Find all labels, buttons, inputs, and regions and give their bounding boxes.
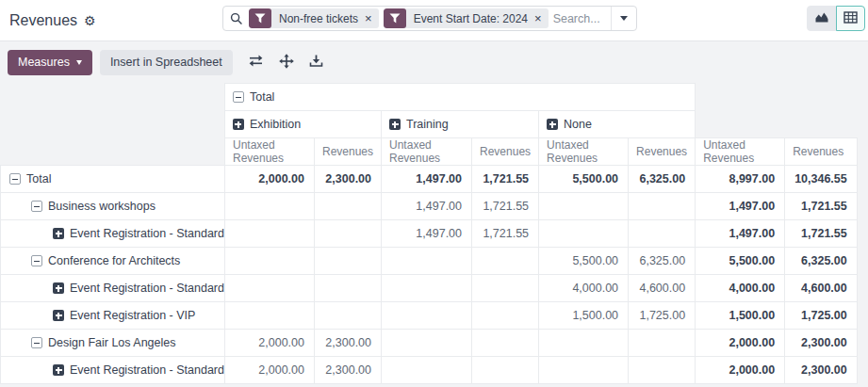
gear-icon[interactable]: ⚙ (84, 14, 96, 27)
pivot-cell: 5,500.00 (539, 248, 629, 275)
flip-axis-icon (248, 54, 264, 71)
col-header-root[interactable]: Total (224, 84, 695, 111)
collapse-icon (233, 91, 244, 103)
collapse-icon (31, 337, 42, 348)
expand-all-button[interactable] (274, 50, 299, 74)
measures-button[interactable]: Measures (8, 50, 92, 75)
pivot-cell: 1,497.00 (382, 166, 472, 193)
pivot-cell (314, 193, 381, 220)
pivot-table: Total ExhibitionTrainingNoneUntaxed Reve… (0, 83, 858, 384)
row-header[interactable]: Event Registration - Standard (1, 357, 225, 384)
pivot-cell: 5,500.00 (539, 166, 629, 193)
pivot-cell: 2,300.00 (314, 166, 381, 193)
expand-icon (389, 119, 401, 130)
pivot-row: Event Registration - VIP1,500.001,725.00… (1, 302, 858, 330)
pivot-cell: 4,600.00 (629, 275, 696, 302)
col-group-header[interactable]: Exhibition (224, 111, 381, 138)
search-facets: Non-free tickets× Event Start Date: 2024… (249, 8, 553, 28)
header-spacer (696, 84, 858, 111)
pivot-row: Event Registration - Standard2,000.002,3… (1, 357, 858, 384)
row-header[interactable]: Business workshops (1, 193, 225, 220)
pivot-cell: 2,000.00 (224, 330, 314, 357)
collapse-icon (31, 201, 42, 212)
pivot-cell: 1,497.00 (696, 220, 785, 248)
pivot-cell: 4,000.00 (539, 275, 629, 302)
pivot-cell (314, 302, 381, 330)
insert-in-spreadsheet-button[interactable]: Insert in Spreadsheet (100, 50, 233, 75)
chevron-down-icon (76, 60, 82, 65)
pivot-cell: 6,325.00 (629, 166, 696, 193)
pivot-cell (314, 275, 381, 302)
area-chart-icon (814, 10, 829, 27)
pivot-cell (382, 248, 472, 275)
pivot-row: Design Fair Los Angeles2,000.002,300.002… (1, 330, 858, 357)
graph-view-button[interactable] (807, 6, 836, 31)
download-icon (309, 54, 323, 71)
filter-icon (249, 8, 271, 28)
expand-icon (53, 228, 64, 239)
row-header[interactable]: Conference for Architects (1, 248, 225, 275)
pivot-row: Event Registration - Standard1,497.001,7… (1, 220, 858, 248)
pivot-cell: 1,721.55 (472, 193, 539, 220)
pivot-cell: 1,721.55 (785, 193, 858, 220)
row-header[interactable]: Event Registration - VIP (1, 302, 225, 330)
header-spacer (1, 111, 225, 138)
facet-close-icon[interactable]: × (364, 12, 379, 24)
pivot-cell: 6,325.00 (785, 248, 858, 275)
pivot-cell: 10,346.55 (785, 166, 858, 193)
expand-icon (53, 310, 64, 321)
pivot-cell: 8,997.00 (696, 166, 785, 193)
row-header[interactable]: Event Registration - Standard (1, 275, 225, 302)
pivot-cell (472, 330, 539, 357)
download-button[interactable] (304, 50, 329, 74)
control-panel: Revenues ⚙ Non-free tickets× Event Start… (0, 0, 868, 41)
collapse-icon (9, 173, 21, 185)
expand-all-icon (279, 54, 294, 72)
row-header[interactable]: Total (1, 166, 225, 193)
measure-header[interactable]: Untaxed Revenues (696, 138, 785, 166)
measure-header[interactable]: Untaxed Revenues (539, 138, 629, 166)
measure-header[interactable]: Untaxed Revenues (224, 138, 314, 166)
pivot-cell: 1,500.00 (696, 302, 785, 330)
header-spacer (696, 111, 858, 138)
pivot-cell (224, 220, 314, 248)
col-group-header[interactable]: Training (382, 111, 539, 138)
pivot-cell (539, 330, 629, 357)
pivot-cell (224, 275, 314, 302)
measure-header[interactable]: Revenues (785, 138, 858, 166)
flip-axis-button[interactable] (244, 50, 269, 74)
measure-header[interactable]: Revenues (472, 138, 539, 166)
measure-header[interactable]: Untaxed Revenues (382, 138, 472, 166)
pivot-cell: 6,325.00 (629, 248, 696, 275)
pivot-cell: 4,600.00 (785, 275, 858, 302)
search-options-toggle[interactable] (611, 7, 636, 30)
search-input[interactable] (553, 7, 611, 30)
pivot-cell: 2,000.00 (224, 166, 314, 193)
pivot-cell (382, 302, 472, 330)
pivot-cell (472, 357, 539, 384)
pivot-cell (224, 193, 314, 220)
pivot-cell: 5,500.00 (696, 248, 785, 275)
col-group-header[interactable]: None (539, 111, 696, 138)
measures-label: Measures (18, 56, 70, 69)
pivot-cell: 1,721.55 (472, 166, 539, 193)
pivot-cell (472, 302, 539, 330)
collapse-icon (31, 255, 42, 266)
search-bar[interactable]: Non-free tickets× Event Start Date: 2024… (222, 6, 637, 31)
pivot-cell: 2,300.00 (314, 330, 381, 357)
measure-header[interactable]: Revenues (314, 138, 381, 166)
search-icon (230, 12, 243, 25)
pivot-cell: 1,497.00 (696, 193, 785, 220)
expand-icon (53, 282, 64, 294)
pivot-cell (472, 275, 539, 302)
row-header[interactable]: Event Registration - Standard (1, 220, 225, 248)
pivot-view-button[interactable] (836, 6, 865, 31)
pivot-cell: 1,500.00 (539, 302, 629, 330)
facet-close-icon[interactable]: × (533, 12, 549, 24)
pivot-cell (382, 275, 472, 302)
expand-icon (53, 364, 64, 376)
pivot-row: Event Registration - Standard4,000.004,6… (1, 275, 858, 302)
row-header[interactable]: Design Fair Los Angeles (1, 330, 225, 357)
measure-header[interactable]: Revenues (629, 138, 696, 166)
pivot-cell (224, 302, 314, 330)
